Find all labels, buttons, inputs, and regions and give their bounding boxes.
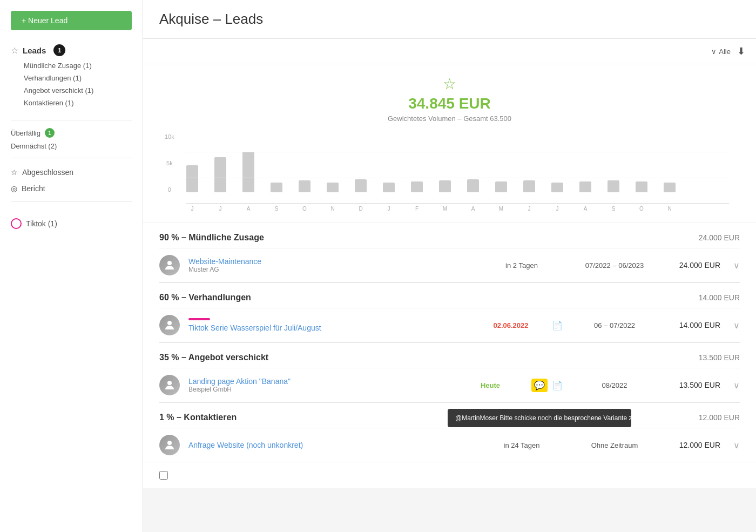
sidebar-item-tiktok[interactable]: Tiktok (1) xyxy=(0,213,143,234)
lead-timing-2: Heute xyxy=(458,381,523,389)
main-header: Akquise – Leads xyxy=(143,0,756,39)
lead-expand-1[interactable]: ∨ xyxy=(729,320,740,331)
avatar-person-2 xyxy=(159,375,180,395)
section-title-angebot: 35 % – Angebot verschickt xyxy=(159,353,268,362)
pink-bar-indicator xyxy=(188,318,210,320)
lead-expand-3[interactable]: ∨ xyxy=(729,440,740,450)
lead-icons-1: 📄 xyxy=(552,320,563,331)
x-label-a: A xyxy=(242,206,254,212)
report-label: Bericht xyxy=(22,184,45,193)
sidebar-item-completed[interactable]: ☆ Abgeschlossen xyxy=(0,164,143,181)
bar-n2 xyxy=(664,183,676,192)
avatar-person-3 xyxy=(159,435,180,455)
bar-s xyxy=(271,183,282,192)
lead-row-tiktok: Tiktok Serie Wasserspiel für Juli/August… xyxy=(159,308,740,342)
section-title-mundliche: 90 % – Mündliche Zusage xyxy=(159,233,264,243)
bar-o2 xyxy=(636,181,647,192)
document-icon-2[interactable]: 📄 xyxy=(552,380,563,390)
bar-col-m1 xyxy=(439,180,451,192)
tiktok-circle-icon xyxy=(11,218,22,229)
bar-col-s xyxy=(271,183,282,192)
lead-name-0[interactable]: Website-Maintenance xyxy=(188,257,481,266)
lead-name-2[interactable]: Landing page Aktion "Banana" xyxy=(188,377,449,386)
lead-row-banana: Landing page Aktion "Banana" Beispiel Gm… xyxy=(159,368,740,402)
lead-company-0: Muster AG xyxy=(188,266,481,273)
x-label-f: F xyxy=(411,206,423,212)
section-total-angebot: 13.500 EUR xyxy=(699,353,740,362)
y-label-5k: 5k xyxy=(165,160,174,166)
lead-row-anfrage: Anfrage Website (noch unkonkret) in 24 T… xyxy=(159,428,740,462)
y-label-10k: 10k xyxy=(165,133,174,140)
lead-timing-1: 02.06.2022 xyxy=(478,321,543,329)
sidebar-sub-item-verhandlungen[interactable]: Verhandlungen (1) xyxy=(24,72,132,84)
y-axis: 10k 5k 0 xyxy=(165,133,174,204)
sidebar-item-overdue[interactable]: Überfällig 1 xyxy=(0,126,143,140)
x-label-j1: J xyxy=(186,206,198,212)
comment-icon-yellow[interactable]: 💬 xyxy=(531,379,548,392)
x-label-a2: A xyxy=(467,206,479,212)
svg-point-1 xyxy=(167,321,172,325)
y-label-0: 0 xyxy=(165,186,174,193)
sidebar-item-report[interactable]: ◎ Bericht xyxy=(0,181,143,196)
bar-col-d xyxy=(355,179,367,192)
overdue-badge: 1 xyxy=(45,128,55,138)
lead-expand-0[interactable]: ∨ xyxy=(729,260,740,271)
x-label-o: O xyxy=(299,206,310,212)
sidebar-sub-item-kontaktieren[interactable]: Kontaktieren (1) xyxy=(24,97,132,109)
avatar-person-1 xyxy=(159,315,180,335)
lead-info-2: Landing page Aktion "Banana" Beispiel Gm… xyxy=(188,377,449,393)
section-header-mundliche: 90 % – Mündliche Zusage 24.000 EUR xyxy=(159,223,740,248)
lead-avatar-1 xyxy=(159,315,180,335)
bar-col-j4 xyxy=(523,180,535,192)
lead-amount-2: 13.500 EUR xyxy=(666,381,720,389)
bar-f xyxy=(411,181,423,192)
x-label-j3: J xyxy=(383,206,395,212)
lead-name-1[interactable]: Tiktok Serie Wasserspiel für Juli/August xyxy=(188,324,470,332)
bar-m1 xyxy=(439,180,451,192)
bar-col-a2 xyxy=(467,179,479,192)
sidebar-item-soon[interactable]: Demnächst (2) xyxy=(0,140,143,152)
sidebar-divider-3 xyxy=(11,201,132,202)
bar-col-o xyxy=(299,180,310,192)
x-label-n2: N xyxy=(664,206,676,212)
x-label-n: N xyxy=(327,206,339,212)
lead-date-1: 06 – 07/2022 xyxy=(571,321,658,329)
lead-timing-0: in 2 Tagen xyxy=(489,261,554,270)
main-content: Akquise – Leads ∨ Alle ⬇ ☆ 34.845 EUR Ge… xyxy=(143,0,756,532)
svg-point-3 xyxy=(167,441,172,445)
leads-section: ☆ Leads 1 Mündliche Zusage (1) Verhandlu… xyxy=(0,41,143,109)
bar-a2 xyxy=(467,179,479,192)
sidebar-sub-item-angebot[interactable]: Angebot verschickt (1) xyxy=(24,84,132,97)
page-title: Akquise – Leads xyxy=(159,11,740,28)
chevron-down-icon: ∨ xyxy=(711,48,717,56)
section-header-angebot: 35 % – Angebot verschickt 13.500 EUR xyxy=(159,342,740,368)
sidebar-divider-1 xyxy=(11,120,132,120)
filter-label: Alle xyxy=(719,48,731,56)
export-button[interactable]: ⬇ xyxy=(737,45,745,57)
bar-o xyxy=(299,180,310,192)
lead-icons-2: 💬 @MartinMoser Bitte schicke noch die be… xyxy=(531,379,563,392)
lead-expand-2[interactable]: ∨ xyxy=(729,380,740,390)
bar-j4 xyxy=(523,180,535,192)
new-lead-button[interactable]: + Neuer Lead xyxy=(11,11,132,30)
section-total-mundliche: 24.000 EUR xyxy=(699,233,740,242)
x-axis: J J A S O N D J F M A M J J A S O xyxy=(159,204,740,212)
document-icon-1[interactable]: 📄 xyxy=(552,320,563,331)
bar-col-j3 xyxy=(383,183,395,192)
lead-amount-0: 24.000 EUR xyxy=(666,261,720,270)
lead-info-3: Anfrage Website (noch unkonkret) xyxy=(188,441,481,449)
select-all-checkbox[interactable] xyxy=(159,471,168,480)
toolbar: ∨ Alle ⬇ xyxy=(143,39,756,64)
sidebar-sub-item-mundliche[interactable]: Mündliche Zusage (1) xyxy=(24,59,132,72)
sidebar-item-leads[interactable]: ☆ Leads 1 xyxy=(11,41,132,59)
bar-j2 xyxy=(214,157,226,192)
lead-name-3[interactable]: Anfrage Website (noch unkonkret) xyxy=(188,441,481,449)
leads-badge: 1 xyxy=(53,44,65,56)
bar-col-a3 xyxy=(579,181,591,192)
filter-dropdown[interactable]: ∨ Alle xyxy=(711,48,731,56)
lead-date-3: Ohne Zeitraum xyxy=(571,441,658,449)
section-total-verhandlungen: 14.000 EUR xyxy=(699,293,740,302)
section-title-verhandlungen: 60 % – Verhandlungen xyxy=(159,293,251,302)
bar-a xyxy=(242,152,254,192)
lead-company-2: Beispiel GmbH xyxy=(188,386,449,393)
